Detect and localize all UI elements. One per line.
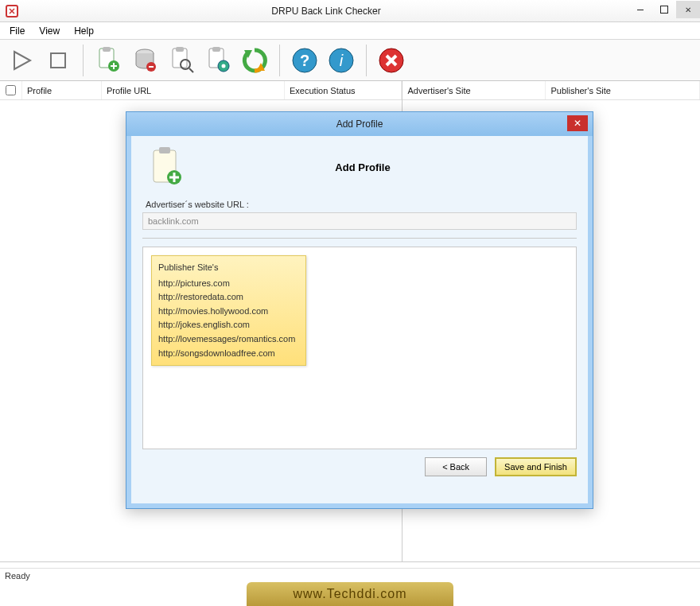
col-checkbox[interactable] [0,81,22,99]
note-item: http://jokes.english.com [158,318,299,332]
svg-text:i: i [340,52,344,69]
svg-rect-9 [176,47,184,52]
dialog-divider [142,238,577,239]
dialog-heading: Add Profile [155,161,570,173]
statusbar: Ready [0,568,700,582]
advertiser-url-label: Advertiser´s website URL : [146,200,577,209]
col-profile-url[interactable]: Profile URL [102,81,285,99]
col-advertiser-site[interactable]: Advertiser's Site [402,81,546,99]
window-title: DRPU Back Link Checker [24,6,628,17]
svg-text:?: ? [300,52,309,69]
col-publisher-site[interactable]: Publisher's Site [546,81,700,99]
save-and-finish-button[interactable]: Save and Finish [495,457,577,476]
col-profile[interactable]: Profile [22,81,102,99]
select-all-checkbox[interactable] [6,85,16,95]
footer-text: www.Techddi.com [293,587,406,601]
play-button[interactable] [6,45,37,76]
dialog-close-button[interactable]: ✕ [567,115,588,131]
menu-help[interactable]: Help [68,24,100,38]
menubar: File View Help [0,22,700,40]
note-title: Publisher Site's [158,261,299,275]
add-profile-dialog: Add Profile ✕ Add Profile Advertiser´s w… [126,111,593,509]
add-profile-button[interactable] [93,45,123,76]
svg-rect-4 [103,47,111,52]
note-item: http://lovemessages/romantics.com [158,332,299,347]
svg-rect-2 [51,53,65,68]
status-text: Ready [5,571,30,581]
menu-file[interactable]: File [3,24,31,38]
col-execution-status[interactable]: Execution Status [285,81,402,99]
toolbar-sep-2 [279,45,280,76]
dialog-titlebar[interactable]: Add Profile ✕ [126,112,593,136]
dialog-body: Add Profile Advertiser´s website URL : P… [126,136,593,508]
refresh-button[interactable] [239,45,270,76]
close-window-button[interactable] [676,1,700,18]
svg-point-14 [222,64,226,68]
left-column-headers: Profile Profile URL Execution Status [0,81,402,100]
settings-profile-button[interactable] [203,45,233,76]
publisher-sites-box[interactable]: Publisher Site's http://pictures.com htt… [142,247,577,449]
note-item: http://restoredata.com [158,290,299,305]
database-button[interactable] [130,45,160,76]
search-profile-button[interactable] [166,45,196,76]
footer-banner: www.Techddi.com [247,582,453,606]
stop-button[interactable] [43,45,73,76]
help-button[interactable]: ? [290,45,320,76]
note-item: http://songsdownloadfree.com [158,347,299,361]
app-icon [5,4,19,18]
svg-marker-1 [14,52,30,69]
toolbar-sep [83,45,84,76]
minimize-button[interactable] [628,1,652,18]
menu-view[interactable]: View [33,24,66,38]
svg-rect-23 [159,147,170,153]
toolbar-sep-3 [366,45,367,76]
main-window-titlebar: DRPU Back Link Checker [0,0,700,22]
note-item: http://movies.hollywood.com [158,305,299,319]
info-button[interactable]: i [326,45,356,76]
exit-button[interactable] [376,45,406,76]
right-column-headers: Advertiser's Site Publisher's Site [402,81,700,100]
svg-rect-12 [212,47,220,52]
dialog-title: Add Profile [336,118,383,130]
maximize-button[interactable] [652,1,676,18]
advertiser-url-input[interactable] [142,212,577,230]
back-button[interactable]: < Back [425,457,487,476]
publisher-sites-note: Publisher Site's http://pictures.com htt… [151,255,306,366]
toolbar: ? i [0,40,700,81]
note-item: http://pictures.com [158,277,299,291]
